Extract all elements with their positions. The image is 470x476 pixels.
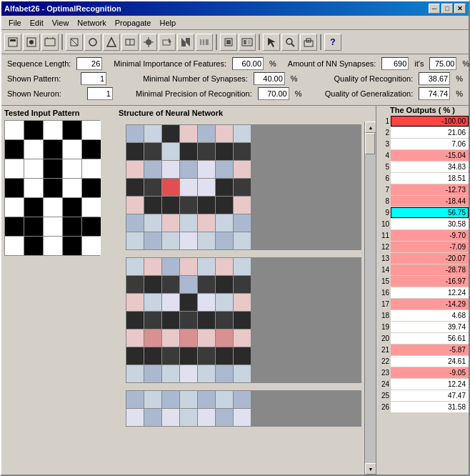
toolbar-btn-4[interactable] (66, 34, 83, 51)
output-row: 618.51 (376, 173, 469, 184)
nn-cell (162, 232, 179, 249)
menu-propagate[interactable]: Propagate (111, 17, 156, 29)
nn-cell (216, 294, 233, 311)
toolbar-btn-8[interactable] (140, 34, 157, 51)
output-value: -14.29 (391, 299, 469, 309)
menu-file[interactable]: File (4, 17, 26, 29)
maximize-button[interactable]: □ (441, 4, 453, 14)
svg-point-9 (89, 39, 96, 46)
nn-cell (198, 232, 215, 249)
nn-cell (180, 312, 197, 329)
output-row: 8-18.44 (376, 196, 469, 207)
scroll-down-btn[interactable]: ▼ (365, 463, 376, 475)
output-row: 2412.24 (376, 379, 469, 390)
toolbar-btn-5[interactable] (84, 34, 101, 51)
output-row: 14-28.78 (376, 264, 469, 275)
output-number: 16 (376, 289, 391, 297)
pattern-cell (63, 237, 81, 255)
nn-cell (162, 294, 179, 311)
nn-cell (234, 125, 251, 142)
output-value: 18.51 (391, 173, 469, 184)
toolbar-help-btn[interactable]: ? (324, 34, 341, 51)
toolbar-btn-9[interactable] (159, 34, 176, 51)
output-value: 12.24 (391, 287, 469, 298)
scroll-thumb[interactable] (365, 133, 375, 154)
svg-rect-28 (248, 40, 251, 44)
menu-network[interactable]: Network (73, 17, 110, 29)
pattern-cell (5, 237, 24, 255)
toolbar-btn-14[interactable] (281, 34, 299, 51)
nn-cell (198, 276, 215, 293)
shown-pattern-input[interactable] (81, 72, 106, 85)
min-importance-input[interactable] (232, 57, 264, 70)
output-row: 17-14.29 (376, 299, 469, 309)
nn-cell (234, 365, 251, 382)
scroll-up-btn[interactable]: ▲ (365, 122, 376, 133)
toolbar-btn-13[interactable] (239, 34, 256, 51)
svg-rect-1 (10, 39, 16, 41)
menu-view[interactable]: View (48, 17, 74, 29)
output-value: 56.75 (391, 207, 469, 218)
pattern-cell (63, 217, 81, 236)
toolbar-btn-3[interactable] (41, 34, 59, 51)
min-precision-input[interactable] (258, 87, 289, 100)
nn-cell (144, 214, 161, 232)
nn-cell (144, 232, 161, 249)
nn-cell (216, 276, 233, 293)
output-value: -5.87 (391, 344, 469, 355)
quality-recognition-input[interactable] (419, 72, 450, 85)
sequence-length-input[interactable] (76, 57, 102, 70)
nn-cell (234, 329, 251, 347)
quality-generalization-label: Quality of Generalization: (325, 89, 414, 98)
toolbar-btn-1[interactable] (4, 34, 21, 51)
toolbar-cursor-btn[interactable] (263, 34, 280, 51)
nn-cell (198, 409, 215, 426)
nn-scroll[interactable]: 1 (116, 122, 364, 475)
nn-scrollbar[interactable]: ▲ ▼ (364, 122, 376, 475)
output-number: 20 (376, 334, 391, 342)
nn-cell (216, 197, 233, 214)
toolbar-btn-6[interactable] (103, 34, 120, 51)
menu-help[interactable]: Help (155, 17, 180, 29)
min-precision-label: Minimal Precision of Recognition: (136, 89, 252, 98)
toolbar-btn-12[interactable] (220, 34, 237, 51)
shown-neuron-input[interactable] (87, 87, 113, 100)
nn-cell (180, 143, 197, 160)
nn-cell (216, 179, 233, 196)
svg-rect-32 (304, 41, 313, 46)
nn-cell (144, 312, 161, 329)
svg-rect-25 (226, 40, 231, 44)
toolbar: ? (1, 30, 469, 54)
scroll-track (365, 133, 376, 463)
nn-cell (198, 329, 215, 347)
svg-rect-0 (9, 38, 17, 46)
toolbar-btn-10[interactable] (177, 34, 194, 51)
menu-edit[interactable]: Edit (26, 17, 48, 29)
nn-cell (180, 232, 197, 249)
minimize-button[interactable]: ─ (429, 4, 440, 14)
amount-nn-input[interactable] (381, 57, 409, 70)
output-row: 1939.74 (376, 322, 469, 332)
output-value: -9.05 (391, 367, 469, 378)
close-button[interactable]: ✕ (454, 4, 466, 14)
quality-generalization-input[interactable] (419, 87, 450, 100)
nn-cell (180, 409, 197, 426)
nn-cell (126, 294, 144, 311)
its-input[interactable] (429, 57, 456, 70)
svg-point-30 (286, 39, 292, 44)
output-row: 1612.24 (376, 287, 469, 298)
nn-cell (162, 347, 179, 365)
nn-layer-2: 2 (119, 257, 361, 383)
min-synapses-input[interactable] (254, 72, 285, 85)
nn-cell (144, 258, 161, 275)
nn-cell (198, 365, 215, 382)
toolbar-btn-7[interactable] (121, 34, 139, 51)
min-importance-label: Minimal Importance of Features: (114, 59, 226, 68)
pattern-cell (82, 140, 101, 159)
toolbar-btn-11[interactable] (196, 34, 213, 51)
output-number: 11 (376, 232, 391, 239)
nn-cell (162, 125, 179, 142)
toolbar-btn-15[interactable] (300, 34, 317, 51)
toolbar-sep-3 (259, 34, 260, 50)
toolbar-btn-2[interactable] (23, 34, 40, 51)
